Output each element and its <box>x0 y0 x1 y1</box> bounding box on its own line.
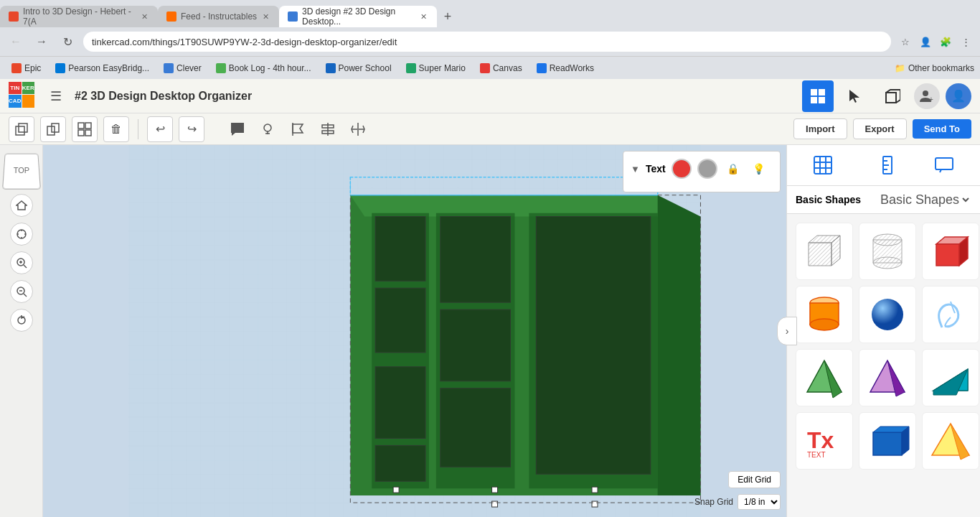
svg-marker-4 <box>849 90 859 103</box>
color-hollow-button[interactable] <box>697 159 717 179</box>
home-view-button[interactable] <box>10 194 33 217</box>
user-avatar[interactable]: 👤 <box>946 83 971 109</box>
grid-view-button[interactable] <box>802 80 834 112</box>
sendto-button[interactable]: Send To <box>913 119 971 139</box>
copy-button[interactable] <box>40 116 66 142</box>
import-button[interactable]: Import <box>793 118 847 139</box>
comment-panel-icon[interactable] <box>930 151 958 180</box>
logo-cell-cad: CAD <box>9 95 22 108</box>
shape-box[interactable] <box>796 223 853 280</box>
shape-wedge[interactable] <box>922 349 979 406</box>
svg-rect-58 <box>536 217 650 475</box>
bookmarks-bar: Epic Pearson EasyBridg... Clever Book Lo… <box>0 56 980 79</box>
bookmark-epic[interactable]: Epic <box>6 62 47 75</box>
bookmark-supermario[interactable]: Super Mario <box>400 62 471 75</box>
flag-button[interactable] <box>285 116 311 142</box>
lock-icon[interactable]: 🔒 <box>723 159 743 179</box>
right-panel-top <box>787 145 980 186</box>
bookmark-powerschool[interactable]: Power School <box>320 62 397 75</box>
tinkercad-logo[interactable]: TIN KER CAD <box>9 82 37 111</box>
bookmark-canvas[interactable]: Canvas <box>474 62 528 75</box>
profile-icon[interactable]: 👤 <box>917 33 934 50</box>
shapes-dropdown[interactable]: Basic Shapes Letters Numbers <box>877 192 971 208</box>
zoom-out-button[interactable] <box>10 280 33 303</box>
bookmark-powerschool-label: Power School <box>339 63 392 73</box>
tab-1-favicon <box>9 11 19 22</box>
shape-cylinder[interactable] <box>859 223 916 280</box>
tab-3[interactable]: 3D design #2 3D Design Desktop... ✕ <box>279 6 437 27</box>
tab-1-label: Intro to 3D Design - Hebert - 7(A <box>23 6 136 27</box>
canvas-area[interactable]: ▼ Text 🔒 💡 Edit Grid Snap Grid 1/8 in 1/… <box>43 145 786 517</box>
shape-cylinder-orange[interactable] <box>796 286 853 343</box>
shape-prism[interactable] <box>859 412 916 470</box>
undo-button[interactable]: ↩ <box>147 116 173 142</box>
shape-pyramid-yellow[interactable] <box>922 412 979 470</box>
bookmark-star-icon[interactable]: ☆ <box>897 33 914 50</box>
snap-grid-label: Snap Grid <box>694 497 733 507</box>
zoom-in-button[interactable] <box>10 251 33 274</box>
shape-pyramid-purple[interactable] <box>859 349 916 406</box>
logo-cell-empty <box>22 95 35 108</box>
back-button[interactable]: ← <box>6 32 26 52</box>
align-button[interactable] <box>315 116 341 142</box>
reload-button[interactable]: ↻ <box>57 32 77 52</box>
edit-grid-button[interactable]: Edit Grid <box>728 471 781 488</box>
svg-rect-55 <box>440 309 511 381</box>
svg-marker-21 <box>293 124 303 133</box>
browser-chrome: Intro to 3D Design - Hebert - 7(A ✕ Feed… <box>0 0 980 79</box>
copy-plane-button[interactable] <box>9 116 34 142</box>
other-bookmarks[interactable]: 📁 Other bookmarks <box>895 63 974 73</box>
tab-3-close[interactable]: ✕ <box>419 11 428 23</box>
shape-text[interactable]: Tx TEXT <box>796 412 853 470</box>
panel-toggle-button[interactable]: › <box>777 317 797 345</box>
bookmark-clever[interactable]: Clever <box>158 62 207 75</box>
shape-sphere[interactable] <box>859 286 916 343</box>
address-input[interactable]: tinkercad.com/things/1T90SUWP9YW-2-3d-de… <box>83 32 891 52</box>
color-solid-button[interactable] <box>672 159 692 179</box>
bookmark-booklog[interactable]: Book Log - 4th hour... <box>210 62 317 75</box>
text-panel: ▼ Text 🔒 💡 <box>623 151 781 192</box>
svg-rect-60 <box>492 487 498 493</box>
shape-cube-red[interactable] <box>922 223 979 280</box>
shape-pyramid-green[interactable] <box>796 349 853 406</box>
export-button[interactable]: Export <box>853 118 907 139</box>
tab-3-label: 3D design #2 3D Design Desktop... <box>302 6 415 27</box>
tab-3-favicon <box>288 11 298 22</box>
ruler-icon[interactable] <box>869 151 897 180</box>
visibility-icon[interactable]: 💡 <box>749 159 769 179</box>
grid-icon[interactable] <box>809 151 837 180</box>
svg-point-92 <box>872 299 903 330</box>
svg-rect-54 <box>440 217 511 303</box>
more-options-icon[interactable]: ⋮ <box>957 33 974 50</box>
rotate-button[interactable] <box>10 309 33 332</box>
hamburger-button[interactable]: ☰ <box>44 85 67 108</box>
shape-scribble[interactable] <box>922 286 979 343</box>
bookmark-readworks[interactable]: ReadWorks <box>531 62 600 75</box>
group-button[interactable] <box>72 116 98 142</box>
forward-button[interactable]: → <box>32 32 52 52</box>
panel-collapse-button[interactable]: ▼ <box>631 164 640 174</box>
tab-1-close[interactable]: ✕ <box>140 11 149 23</box>
redo-button[interactable]: ↪ <box>179 116 204 142</box>
bookmark-pearson[interactable]: Pearson EasyBridg... <box>50 62 155 75</box>
tab-1[interactable]: Intro to 3D Design - Hebert - 7(A ✕ <box>0 6 158 27</box>
box-button[interactable] <box>877 80 908 112</box>
delete-button[interactable]: 🗑 <box>103 116 129 142</box>
add-user-button[interactable]: + <box>914 83 940 109</box>
tab-2[interactable]: Feed - Instructables ✕ <box>158 6 279 27</box>
tab-2-favicon <box>166 11 176 22</box>
mirror-button[interactable] <box>345 116 371 142</box>
svg-rect-77 <box>936 158 953 169</box>
address-text: tinkercad.com/things/1T90SUWP9YW-2-3d-de… <box>92 37 397 47</box>
svg-rect-62 <box>492 501 498 507</box>
tab-2-close[interactable]: ✕ <box>261 11 270 23</box>
snap-grid-select[interactable]: 1/8 in 1/4 in 1/2 in 1 in <box>738 494 781 510</box>
cursor-button[interactable] <box>839 80 871 112</box>
comment-button[interactable] <box>225 116 250 142</box>
new-tab-button[interactable]: + <box>437 6 458 27</box>
svg-marker-28 <box>17 201 27 210</box>
extension-icon[interactable]: 🧩 <box>937 33 954 50</box>
bulb-button[interactable] <box>255 116 281 142</box>
select-button[interactable] <box>10 223 33 246</box>
svg-point-91 <box>810 319 839 330</box>
